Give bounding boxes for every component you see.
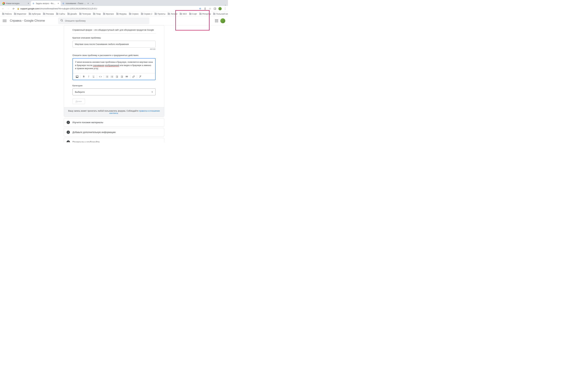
folder-icon	[213, 13, 216, 15]
svg-point-7	[106, 76, 106, 77]
bookmark-folder[interactable]: Дизайн	[67, 12, 78, 16]
bookmark-folder[interactable]: Телеграм	[78, 12, 92, 16]
svg-point-5	[76, 76, 77, 76]
bookmark-folder[interactable]: Польский Шеф	[212, 12, 228, 16]
google-icon: G	[32, 2, 35, 5]
forward-button[interactable]: →	[7, 7, 10, 10]
browser-tab[interactable]: Новая вкладка ×	[1, 1, 31, 6]
lock-icon: 🔒	[17, 8, 19, 10]
reload-button[interactable]: ⟳	[12, 7, 15, 10]
browser-tab-strip: Новая вкладка × G Задать вопрос - Форум …	[0, 0, 228, 6]
divider	[80, 75, 81, 78]
bold-icon[interactable]: B	[82, 74, 86, 79]
indent-icon[interactable]	[120, 74, 124, 79]
folder-icon	[43, 13, 45, 15]
svg-rect-17	[112, 77, 113, 77]
bookmark-folder[interactable]: Реклама	[42, 12, 55, 16]
search-box[interactable]	[58, 17, 149, 24]
bookmark-folder[interactable]: Сайты	[55, 12, 66, 16]
bookmark-folder[interactable]: Маркетинг	[13, 12, 27, 16]
folder-icon	[2, 13, 4, 15]
svg-rect-0	[214, 8, 216, 9]
back-button[interactable]: ←	[1, 7, 5, 10]
folder-icon	[180, 13, 182, 15]
bookmark-folder[interactable]: Форумы	[115, 12, 128, 16]
category-select[interactable]: Выберите ▼	[72, 88, 156, 95]
page-header: Cправка - Google Chrome	[0, 17, 228, 25]
folder-icon	[29, 13, 31, 15]
close-icon[interactable]: ×	[87, 2, 89, 5]
folder-icon	[129, 13, 131, 15]
browser-tab[interactable]: G скачивания - Поиск в Google ×	[61, 1, 91, 6]
bullet-list-icon[interactable]	[105, 74, 109, 79]
divider	[137, 75, 137, 78]
quote-icon[interactable]: 99	[124, 74, 129, 79]
hamburger-menu-icon[interactable]	[3, 19, 7, 23]
bookmark-folder[interactable]: Репортер	[199, 12, 212, 16]
page-title: Cправка - Google Chrome	[10, 19, 45, 22]
italic-icon[interactable]: I	[86, 74, 91, 79]
star-icon[interactable]: ☆	[208, 7, 211, 10]
image-icon[interactable]	[75, 74, 79, 79]
step-row[interactable]: 3 Добавьте дополнительную информацию	[64, 128, 164, 136]
folder-icon	[168, 13, 170, 15]
code-icon[interactable]	[98, 74, 103, 79]
bookmark-folder[interactable]: Проекты	[154, 12, 166, 16]
svg-rect-10	[107, 76, 108, 77]
folder-icon	[141, 13, 143, 15]
bookmark-folder[interactable]: Софт	[188, 12, 198, 16]
link-icon[interactable]	[131, 74, 136, 79]
step-number: 2	[67, 121, 70, 124]
bookmark-folder[interactable]: Арбитраж	[28, 12, 42, 16]
bookmark-folder[interactable]: Сервис	[128, 12, 139, 16]
bookmark-bar: Работа Маркетинг Арбитраж Реклама Сайты …	[0, 11, 228, 17]
sidebar-icon[interactable]	[213, 7, 216, 10]
bookmark-folder[interactable]: Фриланс	[102, 12, 115, 16]
bookmark-folder[interactable]: Личное	[167, 12, 178, 16]
url-path: /chrome/thread/new?hl=ru&sjid=1053136162…	[39, 7, 97, 10]
editor-toolbar: B I U 123 99	[73, 73, 155, 80]
next-button[interactable]: Далее	[72, 99, 85, 104]
profile-avatar[interactable]	[218, 7, 222, 10]
title-input[interactable]	[72, 41, 156, 48]
title-label: Краткое описание проблемы	[72, 37, 156, 39]
text-cursor	[98, 67, 98, 70]
bookmark-folder[interactable]: Пиар	[92, 12, 102, 16]
close-icon[interactable]: ×	[57, 2, 59, 5]
folder-icon	[155, 13, 157, 15]
address-field[interactable]: 🔒 support.google.com/chrome/thread/new?h…	[17, 7, 197, 10]
account-avatar[interactable]	[220, 18, 225, 23]
folder-icon	[189, 13, 191, 15]
menu-icon[interactable]: ⋮	[224, 7, 226, 10]
clear-format-icon[interactable]	[138, 74, 143, 79]
bookmark-folder[interactable]: Сервис 2	[140, 12, 153, 16]
step-label: Добавьте дополнительную информацию	[72, 131, 116, 133]
search-input[interactable]	[65, 19, 147, 22]
outdent-icon[interactable]	[115, 74, 119, 79]
bookmark-folder[interactable]: SEO	[179, 12, 188, 16]
editor-content[interactable]: У меня возникла неизвестная проблема в б…	[73, 58, 155, 73]
tabs-dropdown-icon[interactable]: ⌄	[223, 4, 228, 6]
chevron-down-icon: ▼	[151, 91, 153, 93]
share-icon[interactable]	[204, 7, 207, 10]
svg-rect-16	[112, 76, 113, 77]
google-profile-icon[interactable]: G	[199, 7, 202, 10]
divider	[97, 75, 97, 78]
folder-icon	[14, 13, 16, 15]
description-label: Опишите свою проблему и расскажите о пре…	[72, 54, 156, 57]
bookmark-folder[interactable]: Работа	[1, 12, 12, 16]
svg-text:3: 3	[111, 77, 111, 78]
step-row[interactable]: 4 Проверьте и опубликуйте	[64, 138, 164, 142]
folder-icon	[68, 13, 70, 15]
browser-tab[interactable]: G Задать вопрос - Форум – Go... ×	[31, 1, 61, 6]
new-tab-button[interactable]: +	[91, 1, 95, 6]
description-editor[interactable]: У меня возникла неизвестная проблема в б…	[72, 58, 156, 80]
underline-icon[interactable]: U	[91, 74, 96, 79]
apps-grid-icon[interactable]	[215, 19, 218, 22]
step-row[interactable]: 2 Изучите похожие материалы	[64, 118, 164, 127]
numbered-list-icon[interactable]: 123	[110, 74, 114, 79]
svg-rect-11	[107, 77, 108, 77]
step-number: 3	[67, 131, 70, 134]
close-icon[interactable]: ×	[27, 2, 30, 5]
folder-icon	[79, 13, 82, 15]
